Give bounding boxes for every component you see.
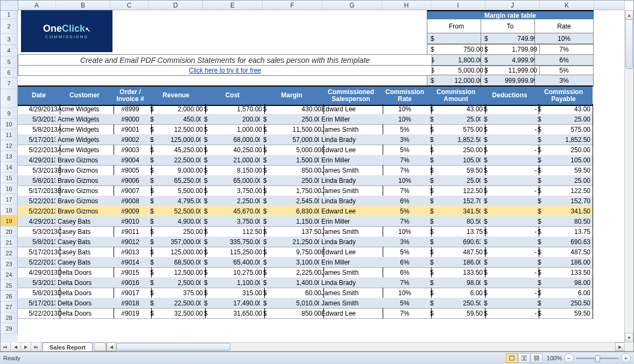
zoom-slider[interactable] <box>576 358 619 359</box>
data-cell-r16-c5[interactable]: $250.00 <box>260 175 324 186</box>
data-cell-r28-c0[interactable]: 5/17/2013 <box>18 298 60 309</box>
data-cell-r17-c1[interactable]: Bravo Gizmos <box>55 185 114 196</box>
data-cell-r11-c1[interactable]: Acme Widgets <box>55 124 114 135</box>
row-header-10[interactable]: 10 <box>1 119 18 130</box>
data-cell-r15-c2[interactable]: #9005 <box>109 165 152 176</box>
data-cell-r20-c10[interactable]: $80.50 <box>534 216 593 227</box>
data-cell-r21-c7[interactable]: 10% <box>378 226 432 237</box>
row-header-6[interactable]: 6 <box>1 68 18 78</box>
data-cell-r9-c5[interactable]: $430.00 <box>260 104 324 115</box>
data-cell-r20-c2[interactable]: #9010 <box>109 216 152 227</box>
row-header-12[interactable]: 12 <box>1 140 18 151</box>
data-cell-r27-c1[interactable]: Delta Doors <box>55 288 114 298</box>
data-cell-r18-c9[interactable]: $- <box>481 196 539 206</box>
tab-nav-prev-icon[interactable]: ◀ <box>11 342 21 351</box>
data-cell-r16-c2[interactable]: #9006 <box>109 175 152 186</box>
data-cell-r17-c0[interactable]: 5/17/2013 <box>18 185 60 196</box>
row-header-8[interactable]: 8 <box>1 89 18 108</box>
data-cell-r13-c4[interactable]: $40,250.00 <box>201 145 265 155</box>
sheet-tab-active[interactable]: Sales Report <box>43 342 93 352</box>
data-cell-r18-c2[interactable]: #9008 <box>109 196 152 206</box>
data-cell-r19-c9[interactable]: $- <box>481 206 539 217</box>
data-cell-r19-c2[interactable]: #9009 <box>109 206 152 217</box>
row-header-15[interactable]: 15 <box>1 173 18 183</box>
data-cell-r21-c5[interactable]: $137.50 <box>260 226 324 237</box>
data-cell-r15-c5[interactable]: $850.00 <box>260 165 324 176</box>
col-header-4[interactable]: Cost <box>201 85 265 106</box>
view-page-layout-button[interactable] <box>518 353 530 363</box>
data-cell-r13-c8[interactable]: $250.00 <box>427 145 485 155</box>
data-cell-r25-c9[interactable]: $- <box>481 267 539 278</box>
data-cell-r10-c4[interactable]: $200.00 <box>201 114 265 125</box>
data-cell-r20-c4[interactable]: $3,750.00 <box>201 216 265 227</box>
data-cell-r15-c9[interactable]: $- <box>481 165 539 176</box>
col-header-3[interactable]: Revenue <box>147 85 206 106</box>
col-header-1[interactable]: Customer <box>55 85 114 106</box>
data-cell-r24-c1[interactable]: Casey Bats <box>55 257 114 268</box>
data-cell-r9-c6[interactable]: Edward Lee <box>319 104 383 115</box>
tab-nav-last-icon[interactable]: ⏭ <box>31 342 41 351</box>
data-cell-r21-c10[interactable]: $13.75 <box>534 226 593 237</box>
view-page-break-button[interactable] <box>531 353 543 363</box>
data-cell-r11-c8[interactable]: $575.00 <box>427 124 485 135</box>
data-cell-r19-c6[interactable]: Edward Lee <box>319 206 383 217</box>
data-cell-r24-c9[interactable]: $- <box>481 257 539 268</box>
data-cell-r28-c10[interactable]: $250.50 <box>534 298 593 309</box>
data-cell-r14-c10[interactable]: $105.00 <box>534 155 593 166</box>
col-header-0[interactable]: Date <box>18 85 60 106</box>
data-cell-r22-c1[interactable]: Casey Bats <box>55 237 114 247</box>
row-header-20[interactable]: 20 <box>1 226 18 237</box>
column-header-B[interactable]: B <box>56 1 110 10</box>
data-cell-r29-c5[interactable]: $850.00 <box>260 308 324 319</box>
data-cell-r19-c5[interactable]: $6,830.00 <box>260 206 324 217</box>
data-cell-r12-c0[interactable]: 5/17/2013 <box>18 134 60 145</box>
data-cell-r29-c10[interactable]: $59.50 <box>534 308 593 319</box>
row-header-26[interactable]: 26 <box>1 291 18 302</box>
zoom-percent[interactable]: 100% <box>547 355 562 361</box>
data-cell-r26-c2[interactable]: #9016 <box>109 277 152 288</box>
data-cell-r25-c4[interactable]: $10,275.00 <box>201 267 265 278</box>
data-cell-r12-c7[interactable]: 3% <box>378 134 432 145</box>
data-cell-r14-c4[interactable]: $21,000.00 <box>201 155 265 166</box>
data-cell-r27-c9[interactable]: $- <box>481 288 539 298</box>
data-cell-r13-c7[interactable]: 5% <box>378 145 432 155</box>
data-cell-r19-c1[interactable]: Bravo Gizmos <box>55 206 114 217</box>
try-free-link[interactable]: Click here to try it for free <box>18 65 432 76</box>
data-cell-r16-c7[interactable]: 10% <box>378 175 432 186</box>
data-cell-r16-c3[interactable]: $65,250.00 <box>147 175 206 186</box>
data-cell-r11-c7[interactable]: 5% <box>378 124 432 135</box>
column-header-J[interactable]: J <box>485 1 540 10</box>
select-all-corner[interactable] <box>1 1 18 11</box>
tab-nav-next-icon[interactable]: ▶ <box>21 342 31 351</box>
data-cell-r13-c3[interactable]: $45,250.00 <box>147 145 206 155</box>
data-cell-r14-c2[interactable]: #9004 <box>109 155 152 166</box>
data-cell-r22-c6[interactable]: Linda Brady <box>319 237 383 247</box>
margin-hdr-to[interactable]: To <box>481 19 540 34</box>
data-cell-r9-c4[interactable]: $1,570.00 <box>201 104 265 115</box>
data-cell-r18-c5[interactable]: $2,545.00 <box>260 196 324 206</box>
data-cell-r16-c6[interactable]: Linda Brady <box>319 175 383 186</box>
data-cell-r19-c4[interactable]: $45,670.00 <box>201 206 265 217</box>
data-cell-r23-c7[interactable]: 5% <box>378 247 432 258</box>
data-cell-r10-c3[interactable]: $450.00 <box>147 114 206 125</box>
margin-to-1[interactable]: $1,799.99 <box>481 44 540 55</box>
data-cell-r10-c2[interactable]: #9000 <box>109 114 152 125</box>
scroll-left-arrow-icon[interactable]: ◀ <box>107 342 116 351</box>
data-cell-r9-c10[interactable]: $43.00 <box>534 104 593 115</box>
row-header-13[interactable]: 13 <box>1 151 18 162</box>
data-cell-r12-c8[interactable]: $1,852.50 <box>427 134 485 145</box>
data-cell-r17-c2[interactable]: #9007 <box>109 185 152 196</box>
margin-from-1[interactable]: $750.00 <box>427 44 486 55</box>
data-cell-r15-c8[interactable]: $59.50 <box>427 165 485 176</box>
data-cell-r10-c1[interactable]: Acme Widgets <box>55 114 114 125</box>
data-cell-r10-c7[interactable]: 10% <box>378 114 432 125</box>
data-cell-r22-c10[interactable]: $690.63 <box>534 237 593 247</box>
data-cell-r25-c2[interactable]: #9015 <box>109 267 152 278</box>
data-cell-r17-c5[interactable]: $1,750.00 <box>260 185 324 196</box>
data-cell-r23-c2[interactable]: #9013 <box>109 247 152 258</box>
data-cell-r13-c2[interactable]: #9003 <box>109 145 152 155</box>
column-header-C[interactable]: C <box>110 1 149 10</box>
data-cell-r14-c0[interactable]: 4/29/2013 <box>18 155 60 166</box>
data-cell-r25-c1[interactable]: Delta Doors <box>55 267 114 278</box>
data-cell-r20-c9[interactable]: $- <box>481 216 539 227</box>
